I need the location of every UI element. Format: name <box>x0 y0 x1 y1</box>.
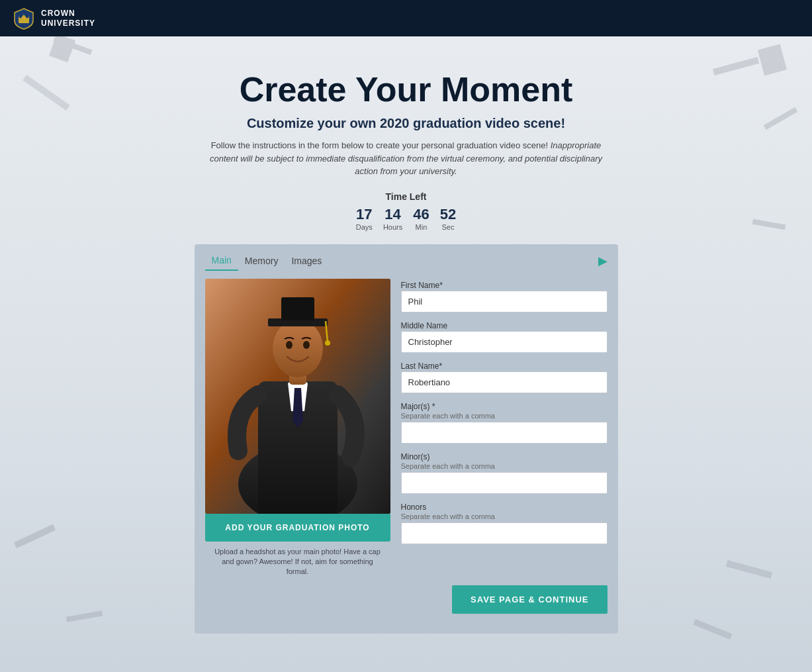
timer-days-label: Days <box>356 223 373 231</box>
tab-images[interactable]: Images <box>285 252 328 270</box>
timer-sec-label: Sec <box>441 223 454 231</box>
svg-point-12 <box>325 340 330 346</box>
logo-text: CROWN UNIVERSITY <box>41 9 95 28</box>
tabs-row: Main Memory Images ▶ <box>195 244 618 271</box>
timer-min: 46 Min <box>413 206 429 231</box>
first-name-group: First Name* <box>401 279 608 312</box>
middle-name-group: Middle Name <box>401 319 608 353</box>
disclaimer-normal: Follow the instructions in the form belo… <box>211 140 548 150</box>
timer-hours: 14 Hours <box>383 206 402 231</box>
next-arrow-icon[interactable]: ▶ <box>598 254 608 268</box>
honors-sublabel: Separate each with a comma <box>401 512 608 520</box>
timer-sec: 52 Sec <box>440 206 456 231</box>
form-inner: ADD YOUR GRADUATION PHOTO Upload a heads… <box>195 279 618 577</box>
honors-label: Honors <box>401 503 427 512</box>
minors-sublabel: Separate each with a comma <box>401 462 608 470</box>
timer-sec-value: 52 <box>440 206 456 223</box>
last-name-group: Last Name* <box>401 360 608 393</box>
timer-min-value: 46 <box>413 206 429 223</box>
timer-min-label: Min <box>416 223 428 231</box>
timer-label: Time Left <box>356 191 456 202</box>
minors-label: Minor(s) <box>401 452 430 461</box>
first-name-label: First Name* <box>401 281 443 290</box>
honors-input[interactable] <box>401 522 608 544</box>
crown-logo-icon <box>12 7 36 30</box>
save-continue-button[interactable]: SAVE PAGE & CONTINUE <box>452 585 607 614</box>
photo-preview <box>205 279 390 514</box>
first-name-input[interactable] <box>401 291 608 312</box>
page-content: Create Your Moment Customize your own 20… <box>0 36 812 634</box>
majors-group: Major(s) * Separate each with a comma <box>401 400 608 444</box>
majors-sublabel: Separate each with a comma <box>401 412 608 420</box>
page-subtitle: Customize your own 2020 graduation video… <box>247 116 565 131</box>
minors-group: Minor(s) Separate each with a comma <box>401 450 608 494</box>
timer-boxes: 17 Days 14 Hours 46 Min 52 Sec <box>356 206 456 231</box>
last-name-input[interactable] <box>401 371 608 393</box>
middle-name-label: Middle Name <box>401 321 448 330</box>
majors-input[interactable] <box>401 422 608 444</box>
photo-hint-text: Upload a headshot as your main photo! Ha… <box>212 547 384 577</box>
svg-point-8 <box>303 341 310 349</box>
tab-memory[interactable]: Memory <box>238 252 285 270</box>
honors-group: Honors Separate each with a comma <box>401 501 608 544</box>
tab-main[interactable]: Main <box>205 251 238 271</box>
svg-point-7 <box>286 341 293 349</box>
svg-rect-10 <box>281 297 314 320</box>
majors-label: Major(s) * <box>401 402 435 411</box>
last-name-label: Last Name* <box>401 361 443 371</box>
minors-input[interactable] <box>401 472 608 494</box>
timer-hours-label: Hours <box>383 223 402 231</box>
timer-section: Time Left 17 Days 14 Hours 46 Min 52 Sec <box>356 191 456 231</box>
main-bg: Create Your Moment Customize your own 20… <box>0 36 812 672</box>
save-row: SAVE PAGE & CONTINUE <box>195 577 618 614</box>
svg-point-6 <box>273 319 323 377</box>
form-card: Main Memory Images ▶ <box>195 244 618 634</box>
page-title: Create Your Moment <box>240 70 573 109</box>
timer-days: 17 Days <box>356 206 373 231</box>
app-header: CROWN UNIVERSITY <box>0 0 812 36</box>
photo-section: ADD YOUR GRADUATION PHOTO Upload a heads… <box>205 279 390 577</box>
add-photo-button[interactable]: ADD YOUR GRADUATION PHOTO <box>205 514 390 542</box>
middle-name-input[interactable] <box>401 331 608 353</box>
disclaimer-text: Follow the instructions in the form belo… <box>201 139 611 178</box>
logo: CROWN UNIVERSITY <box>12 7 95 30</box>
timer-days-value: 17 <box>356 206 372 223</box>
timer-hours-value: 14 <box>384 206 400 223</box>
svg-rect-1 <box>19 21 29 23</box>
graduate-illustration <box>205 279 390 514</box>
fields-section: First Name* Middle Name Last Name* Major… <box>390 279 608 577</box>
